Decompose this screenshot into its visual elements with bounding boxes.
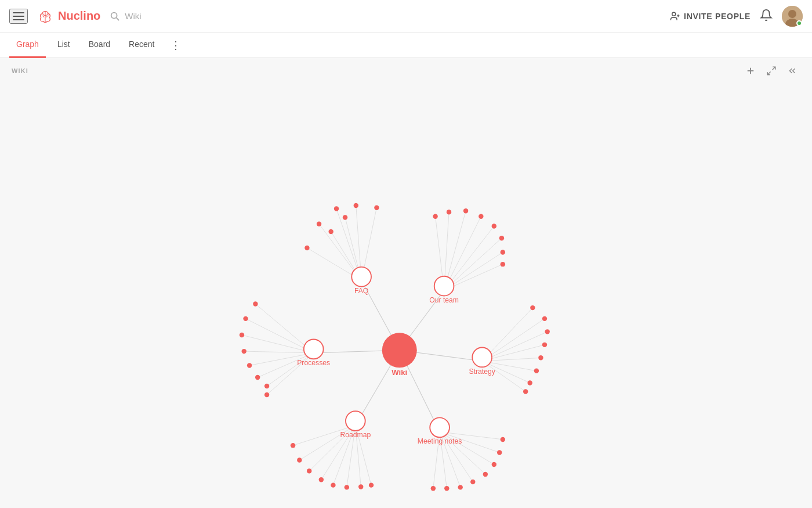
svg-point-86 — [264, 384, 269, 388]
svg-point-72 — [433, 214, 437, 218]
svg-point-88 — [530, 305, 535, 310]
svg-point-108 — [483, 472, 488, 477]
svg-point-102 — [358, 484, 363, 489]
svg-point-120 — [472, 348, 492, 368]
svg-point-109 — [492, 462, 496, 467]
svg-line-62 — [440, 432, 494, 464]
svg-point-96 — [291, 443, 295, 448]
tab-list[interactable]: List — [50, 33, 77, 58]
invite-label: INVITE PEOPLE — [684, 12, 751, 21]
online-indicator — [796, 20, 802, 26]
svg-point-85 — [255, 375, 260, 380]
search-bar[interactable]: Wiki — [110, 11, 141, 21]
svg-point-98 — [307, 469, 311, 473]
graph-area[interactable]: Wiki FAQ Our team Processes Strategy Roa… — [0, 84, 812, 508]
svg-point-104 — [431, 486, 436, 491]
svg-point-99 — [319, 477, 324, 482]
user-avatar[interactable] — [782, 6, 803, 27]
logo-text: Nuclino — [58, 9, 100, 23]
header: Nuclino Wiki INVITE PEOPLE — [0, 0, 812, 33]
svg-point-70 — [328, 229, 333, 234]
svg-point-0 — [111, 12, 117, 18]
svg-text:Strategy: Strategy — [469, 368, 496, 376]
svg-text:Our team: Our team — [429, 296, 459, 304]
brain-icon — [37, 8, 53, 24]
svg-line-36 — [244, 351, 314, 353]
nav-tabs: Graph List Board Recent ⋮ — [0, 33, 812, 58]
svg-point-67 — [334, 206, 339, 211]
notifications-button[interactable] — [760, 9, 773, 23]
main-content: WIKI — [0, 58, 812, 508]
svg-point-124 — [430, 417, 449, 437]
tab-board[interactable]: Board — [82, 33, 117, 58]
svg-point-77 — [499, 236, 504, 240]
svg-point-75 — [478, 214, 483, 218]
breadcrumb-bar: WIKI — [0, 58, 812, 84]
svg-point-76 — [492, 224, 496, 228]
svg-point-114 — [351, 267, 371, 287]
svg-line-1 — [117, 17, 119, 20]
svg-line-48 — [482, 361, 525, 391]
collapse-icon — [787, 66, 798, 76]
svg-point-101 — [345, 485, 349, 489]
svg-point-97 — [297, 457, 302, 462]
svg-point-81 — [243, 316, 248, 321]
svg-point-94 — [527, 380, 532, 385]
tab-graph[interactable]: Graph — [9, 33, 46, 58]
svg-point-118 — [304, 339, 324, 359]
svg-point-65 — [304, 246, 309, 250]
svg-point-78 — [501, 250, 505, 254]
svg-text:Meeting notes: Meeting notes — [418, 437, 462, 445]
invite-people-button[interactable]: INVITE PEOPLE — [670, 11, 751, 21]
logo[interactable]: Nuclino — [37, 8, 100, 24]
svg-point-6 — [788, 10, 796, 18]
svg-line-10 — [773, 67, 775, 70]
svg-point-2 — [672, 12, 676, 16]
person-add-icon — [670, 11, 680, 21]
search-label: Wiki — [125, 11, 141, 21]
graph-svg: Wiki FAQ Our team Processes Strategy Roa… — [0, 84, 812, 508]
svg-point-84 — [247, 363, 252, 368]
svg-point-90 — [545, 329, 549, 334]
svg-point-71 — [343, 215, 347, 219]
svg-point-74 — [463, 208, 468, 213]
svg-point-106 — [458, 485, 463, 489]
svg-point-87 — [264, 392, 269, 397]
svg-point-112 — [382, 333, 417, 368]
svg-point-79 — [501, 262, 505, 266]
add-button[interactable] — [742, 63, 759, 79]
svg-point-111 — [501, 437, 505, 442]
svg-point-95 — [523, 389, 528, 394]
svg-text:Wiki: Wiki — [392, 368, 407, 377]
breadcrumb-actions — [742, 63, 800, 79]
svg-point-100 — [331, 482, 335, 487]
svg-point-80 — [253, 301, 258, 306]
svg-point-73 — [447, 210, 451, 214]
svg-point-66 — [317, 222, 321, 226]
svg-point-110 — [497, 450, 502, 455]
svg-text:Roadmap: Roadmap — [340, 431, 371, 439]
header-right: INVITE PEOPLE — [670, 6, 803, 27]
tab-recent[interactable]: Recent — [122, 33, 161, 58]
svg-text:Processes: Processes — [297, 359, 330, 367]
svg-point-89 — [542, 316, 547, 321]
expand-button[interactable] — [763, 63, 780, 79]
svg-point-107 — [470, 480, 475, 484]
svg-point-103 — [369, 482, 374, 487]
bell-icon — [760, 9, 773, 21]
header-left: Nuclino Wiki — [9, 8, 142, 24]
collapse-button[interactable] — [784, 63, 800, 79]
search-icon — [110, 11, 120, 21]
svg-point-93 — [534, 369, 539, 373]
svg-point-122 — [346, 411, 365, 431]
svg-point-68 — [354, 203, 358, 208]
menu-button[interactable] — [9, 9, 28, 24]
svg-line-11 — [767, 72, 770, 75]
svg-point-91 — [542, 343, 547, 347]
svg-point-82 — [240, 333, 244, 337]
more-options-button[interactable]: ⋮ — [166, 37, 186, 54]
svg-point-69 — [374, 205, 379, 210]
svg-line-39 — [267, 353, 314, 386]
svg-point-105 — [444, 486, 449, 491]
expand-icon — [766, 66, 777, 76]
